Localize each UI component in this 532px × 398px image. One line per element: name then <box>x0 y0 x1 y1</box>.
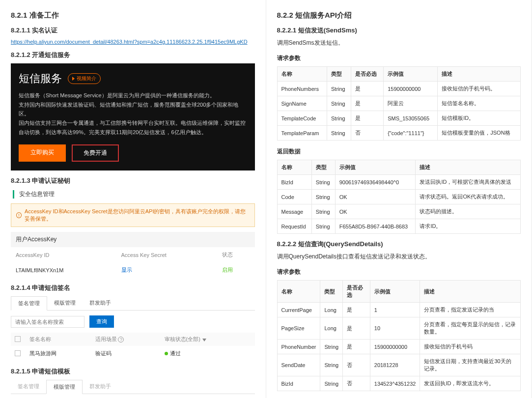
left-page: 8.2.1 准备工作 8.2.1.1 实名认证 https://help.ali… <box>0 0 266 398</box>
checkbox[interactable] <box>15 350 21 356</box>
table-row: BizIdString否134523^4351232发送回执ID，即发送流水号。 <box>277 376 521 391</box>
warning-icon: ! <box>16 212 22 218</box>
table-header-row: 名称 类型 是否必选 示例值 描述 <box>277 281 521 303</box>
free-open-button[interactable]: 免费开通 <box>72 144 119 162</box>
table-row: PageSizeLong是10分页查看，指定每页显示的短信，记录数量。 <box>277 317 521 340</box>
table-row: SendDateString否20181228短信发送日期，支持查询最近30天的… <box>277 354 521 376</box>
sign-scene-value: 验证码 <box>91 346 160 361</box>
table-row: BizIdString900619746936498440^0发送回执ID，可根… <box>277 175 521 190</box>
heading-8222: 8.2.2.2 短信查询(QuerySendDetails) <box>277 240 521 249</box>
filter-icon[interactable] <box>202 339 206 341</box>
signature-search-input[interactable] <box>11 316 84 328</box>
ret-data-label: 返回数据 <box>277 147 521 156</box>
heading-8213: 8.2.1.3 申请认证秘钥 <box>11 176 255 185</box>
sendsms-ret-table: 名称 类型 示例值 描述 BizIdString9006197469364984… <box>277 160 521 234</box>
col-scene: 适用场景 <box>95 336 117 342</box>
col-sign-name: 签名名称 <box>26 333 91 346</box>
help-icon[interactable]: ? <box>118 337 124 342</box>
table-row: TemplateCodeString是SMS_153055065短信模板ID。 <box>277 111 521 126</box>
col-ak-status: 状态 <box>217 247 255 262</box>
sendsms-req-table: 名称 类型 是否必选 示例值 描述 PhoneNumbersString是159… <box>277 66 521 141</box>
accesskey-warning: ! AccessKey ID和AccessKey Secret是您访问阿里云AP… <box>11 203 255 227</box>
heading-822: 8.2.2 短信服务API介绍 <box>277 11 521 20</box>
ak-id-value: LTAIMLf8NKYXn1M <box>11 262 116 278</box>
tab-sign-mgmt[interactable]: 签名管理 <box>11 296 47 311</box>
table-row: LTAIMLf8NKYXn1M 显示 启用 <box>11 262 255 278</box>
play-icon <box>72 77 75 81</box>
table-row: SignNameString是阿里云短信签名名称。 <box>277 96 521 111</box>
sms-banner: 短信服务 视频简介 短信服务（Short Message Service）是阿里… <box>11 63 255 171</box>
right-page: 8.2.2 短信服务API介绍 8.2.2.1 短信发送(SendSms) 调用… <box>266 0 532 398</box>
col-audit-status: 审核状态(全部) <box>165 336 200 342</box>
table-row: CodeStringOK请求状态码。返回OK代表请求成功。 <box>277 190 521 204</box>
checkbox[interactable] <box>15 336 21 342</box>
banner-title: 短信服务 <box>19 71 62 86</box>
col-ak-secret: Access Key Secret <box>116 247 217 262</box>
heading-8211: 8.2.1.1 实名认证 <box>11 26 255 35</box>
ak-status: 启用 <box>222 267 233 273</box>
heading-8212: 8.2.1.2 开通短信服务 <box>11 51 255 59</box>
table-row: 黑马旅游网 验证码 通过 <box>11 346 255 361</box>
security-mgmt-label: 安全信息管理 <box>13 190 255 199</box>
pass-dot-icon <box>165 352 168 355</box>
tab-sign-mgmt-2[interactable]: 签名管理 <box>11 380 46 394</box>
signature-table: 签名名称 适用场景? 审核状态(全部) 黑马旅游网 验证码 通过 <box>11 333 255 361</box>
table-header-row: 名称 类型 示例值 描述 <box>277 160 521 175</box>
show-secret-link[interactable]: 显示 <box>121 267 132 273</box>
signature-search-button[interactable]: 查询 <box>89 315 114 328</box>
table-header-row: AccessKey ID Access Key Secret 状态 <box>11 247 255 262</box>
accesskey-header: 用户AccessKey <box>11 232 255 247</box>
accesskey-table: AccessKey ID Access Key Secret 状态 LTAIML… <box>11 247 255 278</box>
tab-bulk-send-2[interactable]: 群发助手 <box>83 380 118 394</box>
tab-tpl-mgmt[interactable]: 模版管理 <box>47 296 83 310</box>
req-params-label: 请求参数 <box>277 54 521 62</box>
buy-now-button[interactable]: 立即购买 <box>19 144 66 162</box>
tab-tpl-mgmt-2[interactable]: 模版管理 <box>46 380 83 394</box>
querysend-req-table: 名称 类型 是否必选 示例值 描述 CurrentPageLong是1分页查看，… <box>277 280 521 391</box>
col-ak-id: AccessKey ID <box>11 247 116 262</box>
heading-8215: 8.2.1.5 申请短信模板 <box>11 367 255 376</box>
table-row: RequestIdStringF655A8D5-B967-440B-8683请求… <box>277 219 521 234</box>
table-row: PhoneNumberString是15900000000接收短信的手机号码 <box>277 340 521 354</box>
sendsms-desc: 调用SendSms发送短信。 <box>277 39 521 47</box>
heading-8214: 8.2.1.4 申请短信签名 <box>11 284 255 292</box>
sign-name-value: 黑马旅游网 <box>26 346 91 361</box>
table-row: TemplateParamString否{"code":"1111"}短信模板变… <box>277 126 521 141</box>
sign-status: 通过 <box>170 350 181 356</box>
table-header-row: 名称 类型 是否必选 示例值 描述 <box>277 67 521 82</box>
tab-bulk-send[interactable]: 群发助手 <box>83 296 118 310</box>
table-row: CurrentPageLong是1分页查看，指定发送记录的当 <box>277 303 521 317</box>
table-row: PhoneNumbersString是15900000000接收短信的手机号码。 <box>277 82 521 96</box>
querysend-desc: 调用QuerySendDetails接口查看短信发送记录和发送状态。 <box>277 253 521 261</box>
video-intro-label: 视频简介 <box>77 75 96 82</box>
banner-desc: 短信服务（Short Message Service）是阿里云为用户提供的一种通… <box>19 91 247 137</box>
table-header-row: 签名名称 适用场景? 审核状态(全部) <box>11 333 255 346</box>
heading-821: 8.2.1 准备工作 <box>11 11 255 20</box>
table-row: MessageStringOK状态码的描述。 <box>277 204 521 219</box>
signature-tabs: 签名管理 模版管理 群发助手 <box>11 296 255 311</box>
video-intro-button[interactable]: 视频简介 <box>68 73 101 84</box>
template-tabs: 签名管理 模版管理 群发助手 <box>11 380 255 394</box>
req-params-label-2: 请求参数 <box>277 268 521 276</box>
warning-text: AccessKey ID和AccessKey Secret是您访问阿里云API的… <box>25 208 249 223</box>
realname-auth-link[interactable]: https://help.aliyun.com/document_detail/… <box>11 39 255 45</box>
heading-8221: 8.2.2.1 短信发送(SendSms) <box>277 26 521 35</box>
